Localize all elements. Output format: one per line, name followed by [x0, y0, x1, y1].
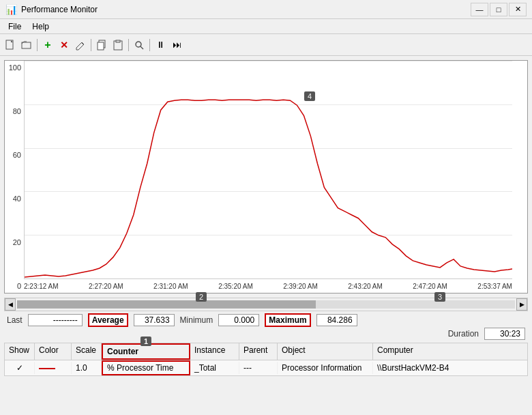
title-bar: 📊 Performance Monitor — □ ✕: [0, 0, 532, 19]
table-row: ✓ 1.0 % Processor Time _Total --- Proces…: [5, 360, 527, 375]
new-button[interactable]: [3, 38, 18, 53]
minimum-value: 0.000: [218, 314, 259, 326]
svg-rect-2: [22, 42, 31, 48]
y-label-80: 80: [5, 107, 24, 115]
x-label-2: 2:31:20 AM: [153, 283, 188, 290]
close-button[interactable]: ✕: [509, 3, 527, 16]
td-instance: _Total: [190, 362, 239, 374]
data-table: Show Color Scale Counter 1 Instance Pare…: [4, 343, 528, 376]
edit-button[interactable]: [73, 38, 88, 53]
stats-row: Last --------- Average 37.633 Minimum 0.…: [0, 313, 532, 328]
svg-rect-5: [98, 42, 104, 50]
open-button[interactable]: [19, 38, 34, 53]
performance-line: [25, 61, 512, 278]
td-object: Processor Information: [278, 362, 373, 374]
x-label-6: 2:47:20 AM: [413, 283, 447, 290]
duration-label: Duration: [448, 329, 479, 339]
th-parent[interactable]: Parent: [239, 343, 278, 360]
td-computer: \\BurstHackVM2-B4: [373, 362, 527, 374]
y-label-0: 0: [5, 282, 24, 290]
badge-2: 2: [196, 292, 207, 302]
th-color[interactable]: Color: [35, 343, 72, 360]
td-parent: ---: [239, 362, 278, 374]
menu-file[interactable]: File: [3, 20, 27, 33]
zoom-button[interactable]: [132, 38, 147, 53]
th-show[interactable]: Show: [5, 343, 35, 360]
sep3: [128, 39, 129, 51]
chart-plot: 4: [24, 61, 512, 279]
maximum-value: 84.286: [316, 314, 357, 326]
y-label-20: 20: [5, 238, 24, 246]
duration-value: 30:23: [484, 328, 525, 340]
td-scale: 1.0: [72, 362, 102, 374]
window-title: Performance Monitor: [21, 5, 98, 14]
scroll-left-button[interactable]: ◀: [5, 298, 16, 311]
sep2: [91, 39, 91, 51]
th-instance[interactable]: Instance: [190, 343, 239, 360]
maximize-button[interactable]: □: [490, 3, 507, 16]
td-color: [35, 362, 72, 374]
x-label-0: 2:23:12 AM: [24, 283, 59, 290]
y-label-100: 100: [5, 63, 24, 72]
duration-row: Duration 30:23: [0, 328, 532, 340]
menu-help[interactable]: Help: [27, 20, 55, 33]
sep1: [37, 39, 38, 51]
x-axis: 2:23:12 AM 2:27:20 AM 2:31:20 AM 2:35:20…: [24, 279, 512, 293]
add-counter-button[interactable]: +: [40, 38, 55, 53]
x-label-5: 2:43:20 AM: [348, 283, 383, 290]
y-label-40: 40: [5, 195, 24, 203]
pause-button[interactable]: ⏸: [153, 38, 168, 53]
table-header: Show Color Scale Counter 1 Instance Pare…: [5, 343, 527, 360]
x-label-3: 2:35:20 AM: [218, 283, 253, 290]
badge-3: 3: [434, 292, 445, 302]
th-computer[interactable]: Computer: [373, 343, 527, 360]
average-label: Average: [88, 313, 128, 327]
y-axis: 100 80 60 40 20 0: [5, 61, 24, 293]
chart-area: 100 80 60 40 20 0 4 2:23:12 AM 2: [5, 61, 512, 293]
menu-bar: File Help: [0, 19, 532, 34]
td-show[interactable]: ✓: [5, 362, 35, 374]
y-label-60: 60: [5, 151, 24, 159]
svg-point-8: [136, 42, 141, 47]
x-label-1: 2:27:20 AM: [89, 283, 123, 290]
delete-button[interactable]: ✕: [57, 38, 72, 53]
step-button[interactable]: ⏭: [169, 38, 184, 53]
minimum-label: Minimum: [180, 315, 213, 325]
toolbar: + ✕ ⏸ ⏭: [0, 34, 532, 56]
window-controls: — □ ✕: [471, 3, 527, 16]
badge-4: 4: [304, 91, 315, 101]
maximum-label: Maximum: [265, 313, 310, 327]
app-icon: 📊: [5, 4, 17, 15]
chart-container: 100 80 60 40 20 0 4 2:23:12 AM 2: [4, 60, 528, 294]
average-value: 37.633: [134, 314, 175, 326]
last-value: ---------: [28, 314, 83, 326]
th-scale[interactable]: Scale: [72, 343, 102, 360]
th-object[interactable]: Object: [278, 343, 373, 360]
paste-button[interactable]: [110, 38, 125, 53]
copy-button[interactable]: [94, 38, 109, 53]
minimize-button[interactable]: —: [471, 3, 488, 16]
badge-1: 1: [141, 337, 151, 346]
scroll-right-button[interactable]: ▶: [516, 298, 527, 311]
svg-rect-7: [116, 40, 120, 42]
scroll-thumb[interactable]: [17, 300, 316, 309]
sep4: [149, 39, 150, 51]
x-label-7: 2:53:37 AM: [477, 283, 512, 290]
x-label-4: 2:39:20 AM: [283, 283, 318, 290]
td-counter: % Processor Time: [102, 360, 190, 375]
svg-line-9: [141, 46, 143, 49]
scrollbar-area: ◀ ▶ 2 3: [4, 298, 528, 311]
color-swatch: [39, 368, 55, 369]
last-label: Last: [7, 315, 23, 325]
th-counter[interactable]: Counter 1: [102, 343, 190, 360]
